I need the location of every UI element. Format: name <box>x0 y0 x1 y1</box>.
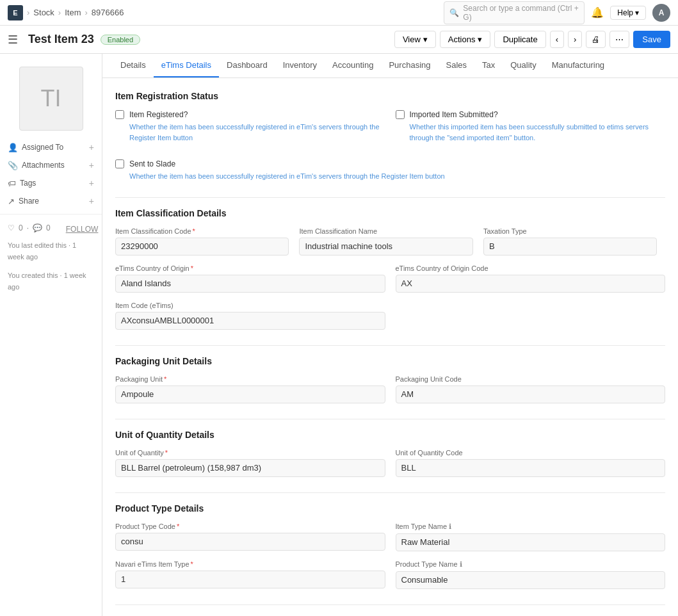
item-code-value[interactable]: AXconsuAMBLL0000001 <box>115 312 385 330</box>
item-registered-label: Item Registered? <box>129 110 188 119</box>
item-type-name-group: Item Type Name ℹ Raw Material <box>396 523 666 551</box>
tab-purchasing[interactable]: Purchasing <box>381 54 438 77</box>
duplicate-button[interactable]: Duplicate <box>494 31 545 48</box>
item-avatar: TI <box>19 67 83 131</box>
quantity-unit-value[interactable]: BLL Barrel (petroleum) (158,987 dm3) <box>115 459 385 477</box>
sep1: › <box>27 8 29 17</box>
tab-inventory[interactable]: Inventory <box>275 54 325 77</box>
quantity-row-1: Unit of Quantity* BLL Barrel (petroleum)… <box>115 449 665 477</box>
share-icon: ↗ <box>8 197 15 206</box>
doc-toolbar: ☰ Test Item 23 Enabled View ▾ Actions ▾ … <box>0 26 678 54</box>
item-registered-checkbox[interactable] <box>115 110 124 119</box>
imported-submitted-row: Imported Item Submitted? <box>396 110 666 119</box>
item-type-name-value[interactable]: Raw Material <box>396 533 666 551</box>
print-button[interactable]: 🖨 <box>586 31 606 48</box>
sidebar-item-share[interactable]: ↗ Share + <box>0 193 102 209</box>
section-quantity: Unit of Quantity Details Unit of Quantit… <box>115 430 665 477</box>
sidebar-toggle-icon[interactable]: ☰ <box>8 33 18 47</box>
sent-to-slade-label: Sent to Slade <box>129 159 175 168</box>
tags-add-icon[interactable]: + <box>89 178 94 188</box>
person-icon: 👤 <box>8 143 18 152</box>
sidebar-item-tags[interactable]: 🏷 Tags + <box>0 175 102 191</box>
user-avatar[interactable]: A <box>652 4 670 22</box>
packaging-unit-label: Packaging Unit* <box>115 375 385 383</box>
view-button[interactable]: View ▾ <box>394 31 436 48</box>
imported-submitted-desc: Whether this imported item has been succ… <box>396 122 666 143</box>
content-area: Item Registration Status Item Registered… <box>102 78 678 616</box>
next-button[interactable]: › <box>568 31 582 48</box>
taxation-type-value[interactable]: B <box>483 238 657 255</box>
tab-manufacturing[interactable]: Manufacturing <box>544 54 612 77</box>
classification-row-2: eTims Country of Origin* Aland Islands e… <box>115 264 665 293</box>
nav-right: 🔍 Search or type a command (Ctrl + G) 🔔 … <box>444 1 670 24</box>
classification-name-label: Item Classification Name <box>299 227 472 235</box>
sidebar-divider <box>0 214 102 215</box>
like-count: 0 <box>19 223 23 232</box>
classification-code-value[interactable]: 23290000 <box>115 238 289 255</box>
product-type-code-value[interactable]: consu <box>115 533 385 551</box>
tab-tax[interactable]: Tax <box>474 54 503 77</box>
navari-type-value[interactable]: 1 <box>115 571 385 588</box>
tab-sales[interactable]: Sales <box>438 54 474 77</box>
section-quantity-title: Unit of Quantity Details <box>115 430 665 440</box>
country-origin-label: eTims Country of Origin* <box>115 264 385 272</box>
item-code-group: Item Code (eTims) AXconsuAMBLL0000001 <box>115 302 385 330</box>
registration-checks: Item Registered? Whether the item has be… <box>115 110 665 149</box>
prev-button[interactable]: ‹ <box>550 31 564 48</box>
assigned-to-add-icon[interactable]: + <box>89 142 94 152</box>
sent-to-slade-checkbox[interactable] <box>115 159 124 168</box>
packaging-unit-value[interactable]: Ampoule <box>115 385 385 403</box>
sidebar-item-attachments[interactable]: 📎 Attachments + <box>0 158 102 173</box>
breadcrumb-stock[interactable]: Stock <box>33 8 54 17</box>
like-icon[interactable]: ♡ <box>8 223 15 232</box>
tab-accounting[interactable]: Accounting <box>325 54 381 77</box>
search-bar[interactable]: 🔍 Search or type a command (Ctrl + G) <box>444 1 585 24</box>
actions-label: Actions <box>448 35 476 44</box>
sent-to-slade-group: Sent to Slade Whether the item has been … <box>115 159 665 182</box>
comment-icon[interactable]: 💬 <box>33 223 42 232</box>
divider-1 <box>115 197 665 198</box>
divider-3 <box>115 419 665 419</box>
classification-row-3: Item Code (eTims) AXconsuAMBLL0000001 <box>115 302 665 330</box>
paperclip-icon: 📎 <box>8 161 18 170</box>
actions-chevron-icon: ▾ <box>478 35 482 44</box>
product-type-name-value[interactable]: Consumable <box>396 571 666 589</box>
save-button[interactable]: Save <box>633 31 670 48</box>
page-body: TI 👤 Assigned To + 📎 Attachments + 🏷 Tag… <box>0 54 678 616</box>
breadcrumb-id[interactable]: 8976666 <box>92 8 124 17</box>
actions-button[interactable]: Actions ▾ <box>440 31 491 48</box>
packaging-unit-code-value[interactable]: AM <box>396 385 666 403</box>
more-options-button[interactable]: ⋯ <box>609 31 629 48</box>
share-add-icon[interactable]: + <box>89 196 94 206</box>
view-chevron-icon: ▾ <box>423 35 428 44</box>
tab-details[interactable]: Details <box>113 54 154 77</box>
help-button[interactable]: Help ▾ <box>610 6 646 20</box>
country-origin-value[interactable]: Aland Islands <box>115 275 385 293</box>
sidebar-reactions: ♡ 0 · 💬 0 FOLLOW <box>0 220 102 236</box>
sidebar-item-assigned-to[interactable]: 👤 Assigned To + <box>0 140 102 155</box>
item-registered-row: Item Registered? <box>115 110 385 119</box>
tag-icon: 🏷 <box>8 179 16 188</box>
imported-submitted-label: Imported Item Submitted? <box>410 110 498 119</box>
tab-etims-details[interactable]: eTims Details <box>154 54 219 77</box>
quantity-unit-code-value[interactable]: BLL <box>396 459 666 477</box>
breadcrumb-item[interactable]: Item <box>65 8 81 17</box>
app-icon: E <box>8 5 23 20</box>
classification-name-value[interactable]: Industrial machine tools <box>299 238 472 255</box>
imported-submitted-checkbox[interactable] <box>396 110 405 119</box>
sent-to-slade-row: Sent to Slade <box>115 159 665 168</box>
tags-label: Tags <box>20 179 85 188</box>
tab-dashboard[interactable]: Dashboard <box>219 54 275 77</box>
section-registration-title: Item Registration Status <box>115 91 665 101</box>
product-type-name-group: Product Type Name ℹ Consumable <box>396 560 666 589</box>
status-badge: Enabled <box>101 35 140 45</box>
divider-2 <box>115 345 665 346</box>
follow-button[interactable]: FOLLOW <box>58 225 102 234</box>
attachments-add-icon[interactable]: + <box>89 160 94 170</box>
comment-count: 0 <box>46 223 51 232</box>
country-origin-code-value[interactable]: AX <box>396 275 666 293</box>
notification-bell[interactable]: 🔔 <box>591 6 604 19</box>
tab-quality[interactable]: Quality <box>503 54 544 77</box>
assigned-to-label: Assigned To <box>22 143 85 152</box>
taxation-type-group: Taxation Type B <box>483 227 657 255</box>
